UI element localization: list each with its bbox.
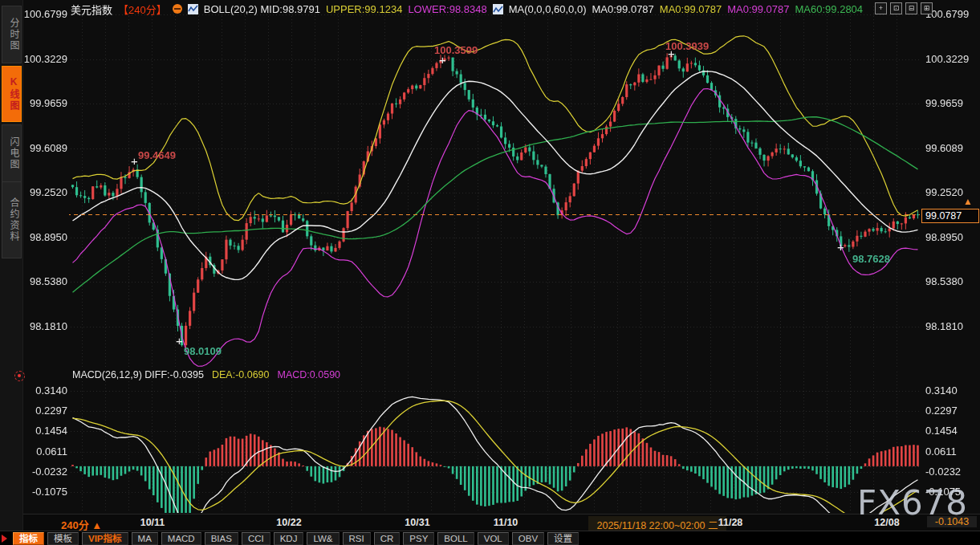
date-label: 11/28 <box>694 517 767 528</box>
price-axis-label-right: 100.3229 <box>925 53 978 66</box>
toolbar-button-VIP指标[interactable]: VIP指标 <box>82 532 128 545</box>
price-axis-label-right: 99.9659 <box>925 97 978 110</box>
price-axis-label-left: 99.6089 <box>22 142 67 155</box>
sidebar: 分时图K线图闪电图合约资料 <box>0 0 23 545</box>
macd-axis-label-right: 0.1454 <box>925 425 978 437</box>
toolbar-button-设置[interactable]: 设置 <box>547 532 579 545</box>
toolbar-button-BOLL[interactable]: BOLL <box>437 532 474 545</box>
price-axis-label-left: 100.6799 <box>22 8 67 21</box>
macd-axis-label-left: 0.2297 <box>22 405 67 417</box>
price-axis-label-left: 99.2520 <box>22 186 67 199</box>
toolbar-button-PSY[interactable]: PSY <box>403 532 434 545</box>
macd-axis-label-left: -0.0232 <box>22 466 67 478</box>
ma0-white-value: MA0:99.0787 <box>592 3 653 15</box>
collapse-icon[interactable] <box>173 4 182 14</box>
macd-axis-label-right: 0.0611 <box>925 445 978 458</box>
symbol-name: 美元指数 <box>71 2 112 17</box>
macd-header: MACD(26,12,9) DIFF:-0.0395 DEA:-0.0690 M… <box>72 369 340 380</box>
macd-diff-value: MACD(26,12,9) DIFF:-0.0395 <box>72 369 204 380</box>
pan-tool-icon[interactable]: + <box>875 2 887 14</box>
date-label: 10/11 <box>116 517 189 528</box>
price-axis-label-left: 98.5380 <box>22 275 67 288</box>
price-axis-label-left: 98.8950 <box>22 231 67 244</box>
macd-axis-label-left: 0.1454 <box>22 425 67 437</box>
macd-axis-label-right: -0.0232 <box>925 466 978 478</box>
price-axis-label-right: 98.1810 <box>925 320 978 333</box>
watermark: FX678 <box>857 483 968 523</box>
extreme-cross-marker: + <box>131 157 138 165</box>
boll-lower-value: LOWER:98.8348 <box>408 3 486 15</box>
price-annotation: 98.0109 <box>184 345 222 357</box>
macd-dea-value: DEA:-0.0690 <box>212 369 270 380</box>
macd-axis-label-left: 0.3140 <box>22 384 67 397</box>
period-tag: 【240分】 <box>118 2 167 17</box>
toolbar-button-KDJ[interactable]: KDJ <box>274 532 304 545</box>
sidebar-tab-2[interactable]: K线图 <box>2 66 22 122</box>
date-label: 10/22 <box>253 517 325 528</box>
price-axis-label-left: 98.1810 <box>22 320 67 333</box>
current-price-marker: 99.0787 <box>921 209 979 223</box>
ma-params: MA(0,0,0,60,0,0) <box>509 3 587 15</box>
price-annotation: 99.4649 <box>138 149 176 161</box>
sidebar-tab-4[interactable]: 合约资料 <box>2 181 22 258</box>
toolbar-button-MA[interactable]: MA <box>132 532 158 545</box>
ma60-value: MA60:99.2804 <box>795 3 864 15</box>
toolbar-button-OBV[interactable]: OBV <box>512 532 544 545</box>
indicator-toolbar: 指标模板VIP指标MAMACDBIASCCIKDJLW&RSICRPSYBOLL… <box>0 531 980 545</box>
macd-axis-label-right: 0.2297 <box>925 405 978 417</box>
fit-right-icon[interactable]: ⊟ <box>905 2 917 14</box>
price-axis-label-right: 99.6089 <box>925 142 978 155</box>
toolbar-button-指标[interactable]: 指标 <box>13 532 44 545</box>
sidebar-tab-1[interactable]: 分时图 <box>2 6 22 63</box>
price-up-arrow-icon: ▲ <box>963 196 973 207</box>
toolbar-button-LW&[interactable]: LW& <box>307 532 339 545</box>
chart-header: 美元指数 【240分】 BOLL(20,2) MID:98.9791 UPPER… <box>71 2 863 15</box>
ma0-yellow-value: MA0:99.0787 <box>660 3 722 15</box>
ma-indicator-icon[interactable] <box>493 4 503 14</box>
extreme-cross-marker: + <box>668 50 675 58</box>
toolbar-button-BIAS[interactable]: BIAS <box>205 532 238 545</box>
toolbar-button-VOL[interactable]: VOL <box>478 532 509 545</box>
macd-axis-label-right: 0.3140 <box>925 384 978 397</box>
date-axis-row: 240分 ▲ 2025/11/18 22:00~02:00 二 -0.1043 … <box>0 514 980 531</box>
candlestick-chart-canvas[interactable] <box>0 0 980 545</box>
extreme-cross-marker: + <box>439 56 446 64</box>
price-axis-label-right: 100.6799 <box>925 8 978 21</box>
sidebar-tab-3[interactable]: 闪电图 <box>2 124 22 182</box>
page-forward-icon[interactable]: ⊞ <box>921 2 933 14</box>
price-annotation: 98.7628 <box>852 253 890 265</box>
toolbar-button-模板[interactable]: 模板 <box>47 532 79 545</box>
ma0-magenta-value: MA0:99.0787 <box>727 3 789 15</box>
boll-indicator-icon[interactable] <box>188 4 198 14</box>
date-label: 11/10 <box>470 517 542 528</box>
extreme-cross-marker: + <box>176 337 183 345</box>
toolbar-corner-icon <box>2 535 7 543</box>
boll-values: BOLL(20,2) MID:98.9791 <box>204 3 320 15</box>
macd-hist-value: MACD:0.0590 <box>278 369 341 380</box>
toolbar-button-CR[interactable]: CR <box>374 532 401 545</box>
toolbar-button-MACD[interactable]: MACD <box>161 532 201 545</box>
trading-app: 分时图K线图闪电图合约资料 美元指数 【240分】 BOLL(20,2) MID… <box>0 0 980 545</box>
macd-axis-label-left: 0.0611 <box>22 445 67 458</box>
price-axis-label-right: 98.8950 <box>925 231 978 244</box>
toolbar-button-CCI[interactable]: CCI <box>242 532 270 545</box>
extreme-cross-marker: + <box>837 243 844 251</box>
price-axis-label-left: 100.3229 <box>22 53 67 66</box>
macd-axis-label-left: -0.1075 <box>22 486 67 498</box>
price-axis-label-right: 98.5380 <box>925 275 978 288</box>
window-tools: +⊡⊟⊞ <box>875 2 933 14</box>
price-axis-label-left: 99.9659 <box>22 97 67 110</box>
boll-upper-value: UPPER:99.1234 <box>326 3 402 15</box>
date-label: 10/31 <box>381 517 453 528</box>
toolbar-button-RSI[interactable]: RSI <box>343 532 371 545</box>
fit-left-icon[interactable]: ⊡ <box>890 2 902 14</box>
macd-settings-icon[interactable] <box>14 371 25 381</box>
